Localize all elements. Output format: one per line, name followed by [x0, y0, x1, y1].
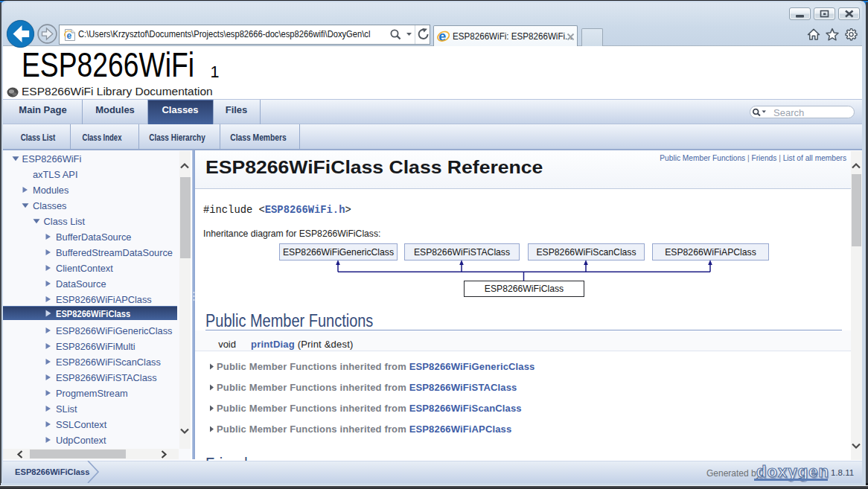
- svg-text:ESP8266WiFiAPClass: ESP8266WiFiAPClass: [665, 247, 756, 258]
- svg-text:ESP8266WiFiSTAClass: ESP8266WiFiSTAClass: [414, 247, 510, 258]
- svg-text:ESP8266WiFiClass: ESP8266WiFiClass: [485, 284, 564, 294]
- svg-text:ESP8266WiFiGenericClass: ESP8266WiFiGenericClass: [283, 247, 394, 258]
- svg-text:e: e: [67, 31, 72, 41]
- svg-text:ESP8266WiFiScanClass: ESP8266WiFiScanClass: [536, 247, 636, 258]
